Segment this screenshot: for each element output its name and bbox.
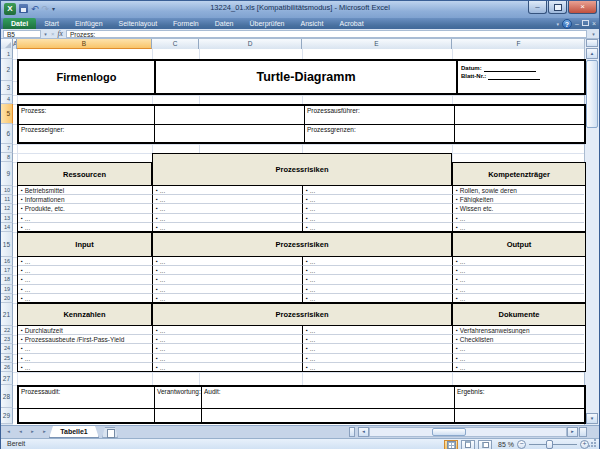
- section-header-kompetenzträger[interactable]: Kompetenzträger: [452, 162, 586, 186]
- cell[interactable]: ▪...: [18, 214, 153, 223]
- formula-input[interactable]: Prozess:: [66, 30, 587, 38]
- cell[interactable]: ▪Prozessausbeute /First-Pass-Yield: [18, 335, 153, 344]
- diagram-title-cell[interactable]: Turtle-Diagramm: [156, 61, 458, 93]
- section-header-output[interactable]: Output: [452, 232, 586, 257]
- section-header-input[interactable]: Input: [17, 232, 152, 257]
- name-box-dropdown-icon[interactable]: ▾: [41, 30, 50, 38]
- audit-cell-ergebnis[interactable]: Ergebnis:: [454, 387, 584, 408]
- close-button[interactable]: ×: [568, 1, 597, 14]
- cell[interactable]: ▪...: [153, 186, 303, 195]
- tab-scrollbar-split-handle[interactable]: [349, 427, 355, 437]
- column-header-f[interactable]: F: [452, 39, 586, 49]
- cell[interactable]: ▪...: [303, 186, 453, 195]
- cell[interactable]: ▪...: [453, 344, 584, 353]
- section-header-kennzahlen[interactable]: Kennzahlen: [17, 303, 152, 326]
- cell[interactable]: ▪...: [18, 285, 153, 294]
- cell[interactable]: ▪...: [18, 223, 153, 232]
- zoom-level-label[interactable]: 85 %: [498, 441, 514, 448]
- info-cell-prozesseigner[interactable]: Prozesseigner:: [19, 124, 154, 142]
- audit-cell-prozessaudit[interactable]: Prozessaudit:: [19, 387, 154, 408]
- cell[interactable]: ▪...: [303, 326, 453, 335]
- audit-cell-audit[interactable]: Audit:: [201, 387, 454, 408]
- audit-cell-empty[interactable]: [19, 408, 154, 422]
- scroll-up-button[interactable]: ▲: [586, 48, 598, 59]
- scroll-left-button[interactable]: ◄: [358, 427, 369, 437]
- maximize-button[interactable]: [548, 1, 567, 14]
- cell[interactable]: ▪...: [303, 344, 453, 353]
- audit-cell-empty[interactable]: [154, 408, 201, 422]
- vertical-scroll-thumb[interactable]: [586, 60, 598, 128]
- cell[interactable]: ▪...: [153, 363, 303, 372]
- cell[interactable]: ▪...: [453, 363, 584, 372]
- date-sheet-cell[interactable]: Datum:Blatt-Nr.:: [458, 61, 584, 93]
- cell[interactable]: ▪...: [153, 354, 303, 363]
- cell[interactable]: ▪...: [303, 275, 453, 284]
- zoom-in-button[interactable]: +: [580, 440, 589, 449]
- cell[interactable]: ▪Checklisten: [453, 335, 584, 344]
- ribbon-tab-berprfen[interactable]: Überprüfen: [241, 18, 292, 29]
- section-header-prozessrisiken[interactable]: Prozessrisiken: [152, 232, 452, 257]
- horizontal-scrollbar[interactable]: [369, 427, 567, 437]
- last-sheet-button[interactable]: ►: [39, 427, 50, 437]
- cell[interactable]: ▪Rollen, sowie deren: [453, 186, 584, 195]
- section-header-dokumente[interactable]: Dokumente: [452, 303, 586, 326]
- cell[interactable]: ▪Verfahrensanweisungen: [453, 326, 584, 335]
- ribbon-tab-ansicht[interactable]: Ansicht: [293, 18, 332, 29]
- cell[interactable]: ▪...: [303, 363, 453, 372]
- cell[interactable]: ▪...: [18, 294, 153, 303]
- prev-sheet-button[interactable]: ◄: [15, 427, 26, 437]
- sheet-tab-tabelle1[interactable]: Tabelle1: [49, 426, 99, 438]
- help-button[interactable]: ?: [562, 19, 572, 29]
- cell[interactable]: ▪Wissen etc.: [453, 204, 584, 213]
- column-header-c[interactable]: C: [152, 39, 199, 49]
- cell[interactable]: ▪...: [303, 294, 453, 303]
- insert-function-button[interactable]: fx: [58, 29, 63, 38]
- first-sheet-button[interactable]: ◄: [3, 427, 14, 437]
- info-cell-empty[interactable]: [454, 124, 584, 142]
- vertical-split-handle[interactable]: [586, 39, 598, 47]
- cell[interactable]: ▪...: [153, 195, 303, 204]
- ribbon-tab-start[interactable]: Start: [36, 18, 67, 29]
- cell[interactable]: ▪...: [303, 257, 453, 266]
- scroll-right-button[interactable]: ►: [567, 427, 578, 437]
- info-cell-empty[interactable]: [454, 106, 584, 124]
- cell[interactable]: ▪...: [303, 223, 453, 232]
- cell[interactable]: ▪...: [153, 326, 303, 335]
- info-cell-empty[interactable]: [154, 106, 304, 124]
- cell[interactable]: ▪...: [453, 354, 584, 363]
- ribbon-tab-seitenlayout[interactable]: Seitenlayout: [111, 18, 166, 29]
- zoom-out-button[interactable]: −: [517, 440, 526, 449]
- sheet-area[interactable]: FirmenlogoTurtle-DiagrammDatum:Blatt-Nr.…: [1, 49, 586, 424]
- cell[interactable]: ▪...: [453, 214, 584, 223]
- cell[interactable]: ▪...: [18, 275, 153, 284]
- ribbon-tab-formeln[interactable]: Formeln: [165, 18, 207, 29]
- column-header-d[interactable]: D: [199, 39, 302, 49]
- cell[interactable]: ▪...: [453, 294, 584, 303]
- cell[interactable]: ▪...: [153, 344, 303, 353]
- section-header-prozessrisiken[interactable]: Prozessrisiken: [152, 303, 452, 326]
- cell[interactable]: ▪...: [153, 223, 303, 232]
- info-cell-prozess[interactable]: Prozess:: [19, 106, 154, 124]
- section-header-ressourcen[interactable]: Ressourcen: [17, 162, 152, 186]
- cell[interactable]: ▪Durchlaufzeit: [18, 326, 153, 335]
- column-header-e[interactable]: E: [302, 39, 452, 49]
- formula-bar-expand-icon[interactable]: ▾: [588, 31, 599, 37]
- workbook-restore-button[interactable]: [582, 19, 589, 29]
- cell[interactable]: ▪...: [18, 363, 153, 372]
- cell[interactable]: ▪...: [153, 294, 303, 303]
- cell[interactable]: ▪...: [153, 257, 303, 266]
- cell[interactable]: ▪...: [303, 354, 453, 363]
- insert-worksheet-button[interactable]: [102, 427, 118, 438]
- cell[interactable]: ▪...: [453, 266, 584, 275]
- cell[interactable]: ▪...: [303, 335, 453, 344]
- cell[interactable]: ▪...: [18, 257, 153, 266]
- vertical-scrollbar[interactable]: ▲ ▼: [584, 39, 599, 425]
- cell[interactable]: ▪Fähigkeiten: [453, 195, 584, 204]
- cell[interactable]: ▪Informationen: [18, 195, 153, 204]
- page-layout-view-button[interactable]: [461, 440, 475, 449]
- cell[interactable]: ▪...: [18, 266, 153, 275]
- audit-cell-verantwortung[interactable]: Verantwortung:: [154, 387, 201, 408]
- page-break-view-button[interactable]: [478, 440, 492, 449]
- info-cell-empty[interactable]: [154, 124, 304, 142]
- scroll-down-button[interactable]: ▼: [586, 413, 598, 424]
